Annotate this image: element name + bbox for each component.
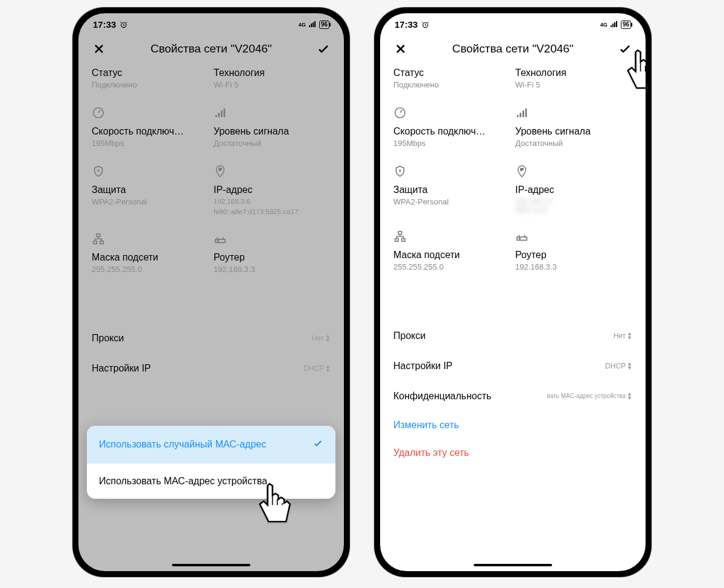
field-label: Маска подсети [393,249,510,261]
page-title: Свойства сети "V2046" [452,42,573,55]
field-speed: Скорость подключ… 195Mbps [393,106,510,149]
field-status: Статус Подключено [92,67,209,90]
network-indicator: 4G [299,22,306,28]
field-value: Wi-Fi 5 [515,80,632,90]
signal-bars-icon [515,106,529,119]
field-value: WPA2-Personal [92,197,209,207]
field-label: Маска подсети [92,251,209,264]
row-label: Прокси [92,333,124,344]
confirm-icon[interactable] [316,42,331,56]
field-label: Роутер [214,251,331,264]
svg-point-2 [98,170,99,171]
shield-icon [393,165,407,178]
field-signal: Уровень сигнала Достаточный [515,106,632,149]
field-label: Статус [393,67,510,79]
network-icon [393,230,407,243]
battery-icon: 96 [621,21,631,29]
field-label: Уровень сигнала [214,125,331,138]
field-status: Статус Подключено [393,67,510,90]
field-label: IP-адрес [515,184,632,196]
alarm-icon [421,21,430,29]
phone-right: 17:33 4G 96 Свойства сети "V2046" [374,7,652,577]
field-value: 192.168.3.3 [515,262,632,273]
field-label: Технология [214,67,331,79]
svg-rect-4 [97,233,100,236]
row-ip-settings[interactable]: Настройки IP DHCP▲▼ [393,351,632,381]
status-time: 17:33 [93,19,116,30]
field-value: Подключено [393,80,510,90]
field-value: Wi-Fi 5 [214,80,331,90]
field-security: Защита WPA2-Personal [393,165,510,214]
dropdown-option-random-mac[interactable]: Использовать случайный МАС-адрес [87,426,335,463]
battery-icon: 96 [319,21,329,29]
field-value: 255.255.255.0 [393,262,510,273]
svg-point-17 [519,238,520,239]
field-value: 195Mbps [393,139,510,149]
field-ip: IP IP-адрес 192.168.3.6 fe80::a8e7:d173:… [214,165,331,217]
screen: 17:33 4G 96 Свойства сети "V2046" [78,13,344,571]
field-label: Технология [515,67,632,79]
field-label: Роутер [515,249,632,261]
signal-icon [308,21,317,29]
row-value: Нет▲▼ [614,332,632,340]
svg-rect-5 [94,241,97,244]
alarm-icon [119,21,128,29]
close-icon[interactable] [393,42,408,56]
row-label: Прокси [393,330,425,341]
page-header: Свойства сети "V2046" [78,32,344,67]
ip-icon: IP [214,165,227,178]
screen: 17:33 4G 96 Свойства сети "V2046" [380,13,646,571]
field-label: Скорость подключ… [393,125,510,138]
svg-rect-16 [517,237,527,241]
network-icon [92,232,105,245]
field-value: Достаточный [515,139,632,149]
row-value: DHCP▲▼ [303,364,331,373]
field-router: Роутер 192.168.3.3 [515,230,632,273]
shield-icon [92,165,105,178]
router-icon [515,230,529,243]
svg-rect-15 [402,238,405,241]
network-indicator: 4G [600,22,608,28]
field-value: WPA2-Personal [393,197,510,207]
ip-icon: IP [515,165,529,178]
row-value: Нет▲▼ [312,334,331,343]
speedometer-icon [92,106,105,119]
svg-point-8 [217,240,218,241]
field-label: Защита [393,184,510,196]
field-value: 192.168.3.6 [214,197,331,206]
delete-network-button[interactable]: Удалить эту сеть [393,439,632,467]
field-value: fe80::a8e7:d173:5925:ca17 [214,207,331,217]
svg-rect-6 [100,241,104,244]
field-value: 192.168.3.3 [214,265,331,275]
router-icon [214,232,227,245]
row-label: Настройки IP [393,361,453,371]
field-value: Достаточный [214,139,331,149]
field-ip: IP IP-адрес 192.168.x.xfe80::xxxx [515,165,632,214]
home-indicator[interactable] [172,564,250,566]
close-icon[interactable] [92,42,106,56]
modify-network-button[interactable]: Изменить сеть [393,411,632,439]
signal-icon [610,21,618,29]
row-proxy[interactable]: Прокси Нет▲▼ [393,321,632,351]
row-privacy[interactable]: Конфиденциальность вать MAC-адрес устрой… [393,381,632,411]
status-bar: 17:33 4G 96 [78,13,344,32]
row-ip-settings[interactable]: Настройки IP DHCP▲▼ [92,353,331,384]
svg-text:IP: IP [520,168,524,171]
field-subnet: Маска подсети 255.255.255.0 [393,230,510,273]
svg-rect-14 [395,238,399,241]
status-time: 17:33 [395,19,418,30]
field-label: Скорость подключ… [92,125,209,138]
row-value: вать MAC-адрес устройства▲▼ [547,392,632,400]
svg-text:IP: IP [218,168,222,171]
dropdown-option-device-mac[interactable]: Использовать МАС-адрес устройства [87,463,335,499]
row-proxy[interactable]: Прокси Нет▲▼ [92,323,331,353]
field-speed: Скорость подключ… 195Mbps [92,106,209,149]
row-value: DHCP▲▼ [605,362,632,370]
field-security: Защита WPA2-Personal [92,165,209,217]
check-icon [313,438,323,451]
field-technology: Технология Wi-Fi 5 [515,67,632,90]
field-technology: Технология Wi-Fi 5 [214,67,331,90]
home-indicator[interactable] [474,564,552,566]
confirm-icon[interactable] [618,42,632,56]
page-header: Свойства сети "V2046" [380,32,646,67]
